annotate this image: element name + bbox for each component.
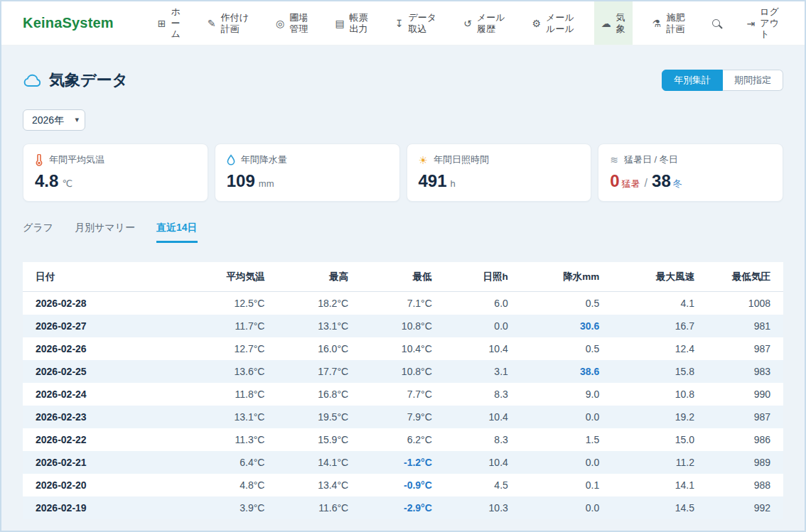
main-content: 気象データ 年別集計 期間指定 2026年 年間平均気温 4. — [1, 45, 805, 519]
cell-max-wind: 19.2 — [612, 406, 707, 428]
stat-value: 0猛暑/38冬 — [610, 171, 771, 191]
cell-sunshine: 10.4 — [445, 337, 521, 360]
history-icon: ↺ — [463, 18, 472, 28]
thermometer-icon — [35, 154, 43, 166]
cell-sunshine: 10.3 — [445, 496, 521, 519]
cell-min: -1.2°C — [361, 451, 445, 474]
nav-item-report-output[interactable]: ▤ 帳票 出力 — [328, 1, 375, 45]
cell-avg-temp: 11.3°C — [198, 428, 277, 451]
period-select-button[interactable]: 期間指定 — [723, 70, 783, 91]
flask-icon: ⚗ — [652, 18, 662, 28]
cell-max-wind: 15.8 — [612, 360, 707, 383]
nav-item-label: ホ ー ム — [171, 6, 181, 40]
document-icon: ▤ — [335, 18, 344, 28]
cell-max-wind: 4.1 — [612, 292, 707, 315]
nav-item-fertilizer-plan[interactable]: ⚗ 施肥 計画 — [645, 1, 692, 45]
cell-min-pressure: 990 — [707, 383, 783, 406]
table-row: 2026-02-27 11.7°C 13.1°C 10.8°C 0.0 30.6… — [23, 315, 783, 337]
cell-min: 7.7°C — [361, 383, 445, 406]
nav-item-field-management[interactable]: ◎ 圃場 管理 — [269, 1, 315, 45]
nav-item-search[interactable] — [705, 1, 727, 45]
cell-avg-temp: 11.8°C — [198, 383, 277, 406]
nav-item-home[interactable]: ⊞ ホ ー ム — [151, 1, 188, 45]
cell-date: 2026-02-20 — [23, 474, 198, 496]
stat-label: 年間平均気温 — [49, 153, 104, 166]
cell-rain: 0.1 — [521, 474, 612, 496]
table-row: 2026-02-22 11.3°C 15.9°C 6.2°C 8.3 1.5 1… — [23, 428, 783, 451]
cell-rain: 0.0 — [521, 406, 612, 428]
table-row: 2026-02-26 12.7°C 16.0°C 10.4°C 10.4 0.5… — [23, 337, 783, 360]
col-sunshine: 日照h — [445, 262, 521, 292]
cell-min-pressure: 992 — [707, 496, 783, 519]
location-icon: ◎ — [276, 18, 284, 28]
stat-label: 年間降水量 — [241, 153, 287, 166]
droplet-icon — [227, 154, 235, 165]
cell-rain: 9.0 — [521, 383, 612, 406]
search-icon — [712, 19, 720, 27]
cell-max-wind: 15.0 — [612, 428, 707, 451]
cell-avg-temp: 13.6°C — [198, 360, 277, 383]
cell-rain: 30.6 — [521, 315, 612, 337]
nav-item-mail-history[interactable]: ↺ メール 履歴 — [456, 1, 512, 45]
year-select[interactable]: 2026年 — [23, 109, 85, 131]
cell-max: 13.4°C — [277, 474, 361, 496]
cell-max: 11.6°C — [277, 496, 361, 519]
cell-min-pressure: 981 — [707, 315, 783, 337]
app-logo[interactable]: KeinaSystem — [23, 15, 114, 31]
cell-rain: 38.6 — [521, 360, 612, 383]
nav-item-logout[interactable]: ⇥ ログ アウ ト — [740, 1, 786, 45]
cell-sunshine: 8.3 — [445, 428, 521, 451]
yearly-summary-button[interactable]: 年別集計 — [662, 70, 723, 91]
cell-rain: 0.5 — [521, 337, 612, 360]
hot-cold-icon: ≋ — [610, 155, 618, 165]
cell-sunshine: 3.1 — [445, 360, 521, 383]
cell-avg-temp: 13.1°C — [198, 406, 277, 428]
col-min-pressure: 最低気圧 — [707, 262, 783, 292]
tab-monthly-summary[interactable]: 月別サマリー — [75, 222, 135, 243]
cell-date: 2026-02-19 — [23, 496, 198, 519]
cell-min: 10.4°C — [361, 337, 445, 360]
cell-date: 2026-02-22 — [23, 428, 198, 451]
cell-sunshine: 0.0 — [445, 315, 521, 337]
cell-rain: 0.5 — [521, 292, 612, 315]
nav-item-data-import[interactable]: ↧ データ 取込 — [388, 1, 444, 45]
nav-item-label: メール 履歴 — [477, 12, 505, 34]
cell-avg-temp: 6.4°C — [198, 451, 277, 474]
col-min: 最低 — [361, 262, 445, 292]
cell-min: -2.9°C — [361, 496, 445, 519]
cell-min: 6.2°C — [361, 428, 445, 451]
cell-sunshine: 10.4 — [445, 406, 521, 428]
cell-max-wind: 14.5 — [612, 496, 707, 519]
cell-date: 2026-02-25 — [23, 360, 198, 383]
table-row: 2026-02-24 11.8°C 16.8°C 7.7°C 8.3 9.0 1… — [23, 383, 783, 406]
cell-date: 2026-02-24 — [23, 383, 198, 406]
cell-min-pressure: 989 — [707, 451, 783, 474]
cell-sunshine: 8.3 — [445, 383, 521, 406]
page-header: 気象データ 年別集計 期間指定 — [23, 70, 783, 91]
table-row: 2026-02-25 13.6°C 17.7°C 10.8°C 3.1 38.6… — [23, 360, 783, 383]
table-row: 2026-02-21 6.4°C 14.1°C -1.2°C 10.4 0.0 … — [23, 451, 783, 474]
cell-max: 15.9°C — [277, 428, 361, 451]
nav-item-label: データ 取込 — [408, 12, 436, 34]
nav-item-label: メール ルール — [546, 12, 574, 34]
cell-date: 2026-02-26 — [23, 337, 198, 360]
stat-value: 109mm — [227, 171, 388, 191]
mail-rule-icon: ⚙ — [532, 18, 542, 28]
tab-graph[interactable]: グラフ — [23, 222, 53, 243]
stat-card-avg-temp: 年間平均気温 4.8℃ — [23, 143, 208, 202]
top-navbar: KeinaSystem ⊞ ホ ー ム ✎ 作付け 計画 ◎ 圃場 管理 ▤ 帳… — [1, 1, 805, 45]
stat-label: 年間日照時間 — [434, 153, 489, 166]
cell-max-wind: 14.1 — [612, 474, 707, 496]
nav-item-mail-rules[interactable]: ⚙ メール ルール — [525, 1, 581, 45]
cell-date: 2026-02-21 — [23, 451, 198, 474]
cell-rain: 0.0 — [521, 496, 612, 519]
tab-recent-14-days[interactable]: 直近14日 — [156, 222, 198, 243]
nav-item-weather[interactable]: ☁ 気 象 — [594, 1, 633, 45]
cell-max: 16.0°C — [277, 337, 361, 360]
stat-value: 491h — [419, 171, 580, 191]
cell-max-wind: 10.8 — [612, 383, 707, 406]
cell-avg-temp: 4.8°C — [198, 474, 277, 496]
cell-avg-temp: 3.9°C — [198, 496, 277, 519]
cell-rain: 1.5 — [521, 428, 612, 451]
nav-item-planting-plan[interactable]: ✎ 作付け 計画 — [200, 1, 256, 45]
